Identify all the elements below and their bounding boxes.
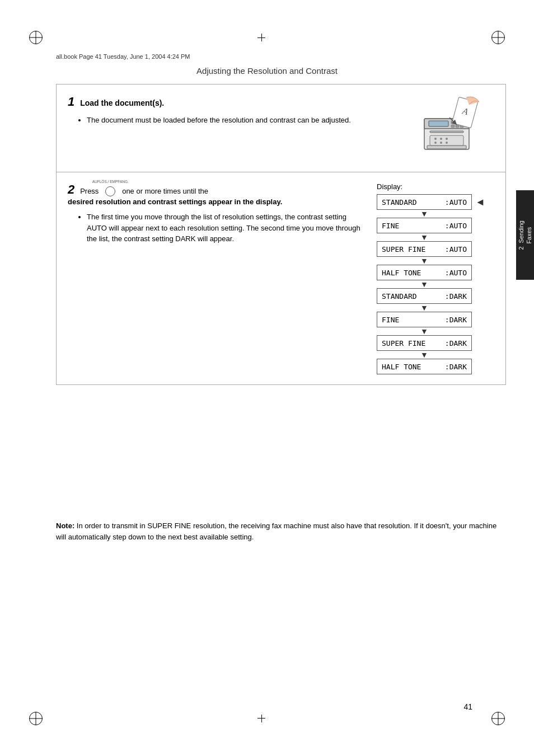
step2-press-label: Press bbox=[80, 187, 99, 195]
display-item-7: HALF TONE:DARK bbox=[377, 359, 494, 374]
step2-press-part2: one or more times until the bbox=[122, 187, 208, 195]
step1-section: 1 Load the document(s). The document mus… bbox=[57, 84, 505, 172]
main-content-box: 1 Load the document(s). The document mus… bbox=[56, 84, 506, 385]
svg-point-12 bbox=[434, 138, 437, 140]
side-tab-label: 2 Sending Faxes bbox=[517, 220, 533, 250]
step1-body: The document must be loaded before the r… bbox=[68, 115, 399, 126]
svg-rect-7 bbox=[451, 125, 455, 128]
button-small-label: AUFLÖS./ EMPFANG. bbox=[92, 180, 129, 184]
note-section: Note: In order to transmit in SUPER FINE… bbox=[56, 520, 506, 542]
down-arrow-5: ▼ bbox=[377, 327, 472, 335]
down-arrow-4: ▼ bbox=[377, 304, 472, 312]
down-arrow-3: ▼ bbox=[377, 280, 472, 288]
step2-left: 2 Press AUFLÖS./ EMPFANG. one or more ti… bbox=[68, 182, 366, 245]
step2-section: 2 Press AUFLÖS./ EMPFANG. one or more ti… bbox=[57, 172, 505, 384]
right-arrow-indicator: ◄ bbox=[475, 197, 485, 207]
tick-top-v bbox=[261, 34, 262, 41]
note-text: In order to transmit in SUPER FINE resol… bbox=[56, 522, 496, 541]
step1-bullet: The document must be loaded before the r… bbox=[87, 115, 399, 126]
step2-instruction-bold: desired resolution and contrast settings… bbox=[68, 198, 282, 206]
display-item-1: FINE:AUTO▼ bbox=[377, 218, 494, 241]
down-arrow-2: ▼ bbox=[377, 257, 472, 265]
corner-mark-tl bbox=[29, 31, 43, 44]
tick-bottom-v bbox=[261, 715, 262, 722]
display-item-6: SUPER FINE:DARK▼ bbox=[377, 335, 494, 359]
page-number: 41 bbox=[463, 702, 472, 711]
svg-point-13 bbox=[440, 138, 442, 140]
aufloes-button[interactable] bbox=[105, 186, 115, 196]
display-item-4: STANDARD:DARK▼ bbox=[377, 288, 494, 312]
svg-rect-11 bbox=[430, 135, 463, 145]
note-label: Note: bbox=[56, 522, 74, 530]
step2-number: 2 bbox=[68, 182, 74, 196]
display-item-3: HALF TONE:AUTO▼ bbox=[377, 265, 494, 288]
svg-point-14 bbox=[446, 138, 448, 140]
corner-mark-br bbox=[491, 712, 505, 725]
display-label: Display: bbox=[377, 182, 494, 191]
display-item-0: STANDARD:AUTO◄▼ bbox=[377, 194, 494, 218]
display-item-2: SUPER FINE:AUTO▼ bbox=[377, 241, 494, 265]
svg-rect-1 bbox=[427, 145, 466, 149]
fax-illustration: A bbox=[410, 95, 494, 162]
step1-title: Load the document(s). bbox=[80, 98, 164, 107]
svg-rect-3 bbox=[429, 121, 448, 126]
aufloes-button-wrapper: AUFLÖS./ EMPFANG. bbox=[104, 186, 116, 196]
svg-rect-10 bbox=[430, 131, 463, 133]
corner-mark-bl bbox=[29, 712, 43, 725]
svg-rect-8 bbox=[456, 125, 459, 128]
display-items: STANDARD:AUTO◄▼FINE:AUTO▼SUPER FINE:AUTO… bbox=[377, 194, 494, 374]
step1-content: 1 Load the document(s). The document mus… bbox=[68, 95, 399, 126]
display-section: Display: STANDARD:AUTO◄▼FINE:AUTO▼SUPER … bbox=[377, 182, 494, 374]
svg-point-16 bbox=[440, 142, 442, 144]
step1-number: 1 bbox=[68, 95, 74, 109]
svg-point-17 bbox=[446, 142, 448, 144]
page-title: Adjusting the Resolution and Contrast bbox=[0, 66, 534, 76]
step2-body: The first time you move through the list… bbox=[68, 212, 366, 245]
display-item-5: FINE:DARK▼ bbox=[377, 312, 494, 335]
down-arrow-0: ▼ bbox=[377, 210, 472, 218]
down-arrow-6: ▼ bbox=[377, 351, 472, 359]
side-tab: 2 Sending Faxes bbox=[516, 190, 534, 280]
step2-instruction: 2 Press AUFLÖS./ EMPFANG. one or more ti… bbox=[68, 182, 366, 206]
down-arrow-1: ▼ bbox=[377, 233, 472, 241]
file-info: all.book Page 41 Tuesday, June 1, 2004 4… bbox=[56, 53, 190, 60]
step2-bullet: The first time you move through the list… bbox=[87, 212, 366, 245]
corner-mark-tr bbox=[491, 31, 505, 44]
svg-point-15 bbox=[434, 142, 437, 144]
